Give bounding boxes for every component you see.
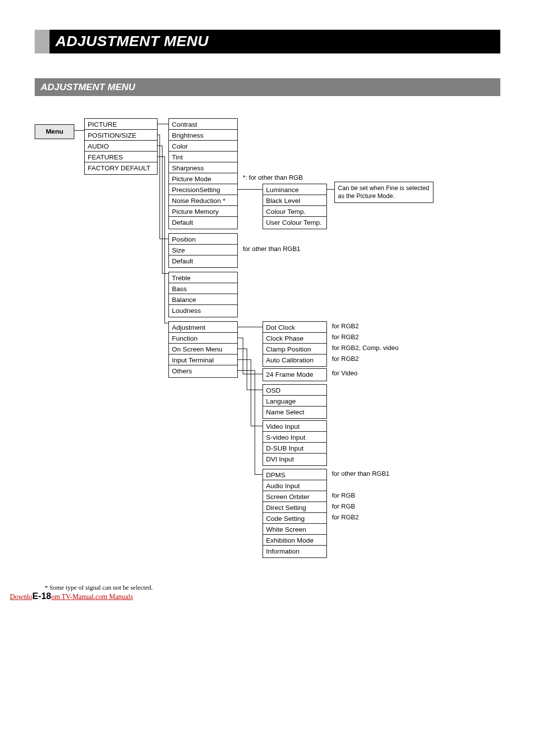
conn	[74, 130, 84, 131]
note-rgb2-comp: for RGB2, Comp. video	[332, 344, 398, 352]
conn	[164, 156, 165, 323]
note-rgb2-c: for RGB2	[332, 355, 359, 362]
note-other-than-rgb: *: for other than RGB	[243, 174, 303, 181]
pos-default: Default	[168, 255, 238, 268]
menu-tree: Menu PICTURE POSITION/SIZE AUDIO FEATURE…	[35, 118, 500, 559]
note-rgb2-b: for RGB2	[332, 333, 359, 341]
conn	[238, 359, 251, 360]
conn	[243, 338, 243, 374]
conn	[158, 156, 164, 157]
func-24frame: 24 Frame Mode	[263, 368, 327, 381]
osm-name-select: Name Select	[263, 406, 327, 419]
adj-auto-calibration: Auto Calibration	[263, 354, 327, 367]
feat-others: Others	[168, 365, 238, 378]
prec-user-colour-temp: User Colour Temp.	[263, 216, 327, 229]
note-fine-mode: Can be set when Fine is selected as the …	[334, 182, 433, 203]
conn	[162, 146, 162, 273]
conn	[255, 370, 255, 474]
conn	[158, 146, 162, 146]
conn	[247, 349, 247, 390]
conn	[255, 474, 263, 475]
conn	[238, 327, 263, 327]
page-title-bar: ADJUSTMENT MENU	[35, 30, 500, 53]
inp-dvi: DVI Input	[263, 453, 327, 466]
note-rgb2-a: for RGB2	[332, 322, 359, 330]
conn	[238, 189, 263, 190]
oth-information: Information	[263, 545, 327, 558]
conn	[251, 359, 251, 426]
download-prefix: Downlo	[10, 593, 32, 601]
page-number: E-18	[32, 591, 51, 602]
conn	[238, 349, 247, 349]
conn	[160, 135, 160, 239]
aud-loudness: Loudness	[168, 304, 238, 317]
conn	[238, 338, 243, 338]
section-heading: ADJUSTMENT MENU	[35, 78, 500, 96]
note-for-video: for Video	[332, 369, 358, 377]
title-gray-block	[35, 30, 50, 53]
menu-root-box: Menu	[35, 124, 74, 139]
footnote: * Some type of signal can not be selecte…	[45, 584, 500, 592]
conn	[158, 124, 168, 124]
pic-default: Default	[168, 216, 238, 229]
page-title: ADJUSTMENT MENU	[50, 30, 500, 53]
note-for-rgb-b: for RGB	[332, 503, 355, 510]
conn	[238, 370, 255, 371]
conn	[160, 239, 168, 239]
download-suffix: om TV-Manual.com Manuals	[51, 593, 133, 601]
conn	[251, 426, 263, 426]
note-rgb2-d: for RGB2	[332, 513, 359, 521]
note-for-rgb-a: for RGB	[332, 492, 355, 499]
note-other-than-rgb1-a: for other than RGB1	[243, 245, 300, 252]
l1-factory-default: FACTORY DEFAULT	[84, 162, 158, 175]
conn	[162, 273, 168, 274]
note-other-than-rgb1-b: for other than RGB1	[332, 470, 389, 477]
conn	[158, 135, 160, 135]
conn	[327, 189, 334, 190]
conn	[164, 323, 168, 323]
download-link[interactable]: DownloE-18om TV-Manual.com Manuals	[10, 591, 133, 602]
conn	[243, 374, 263, 374]
